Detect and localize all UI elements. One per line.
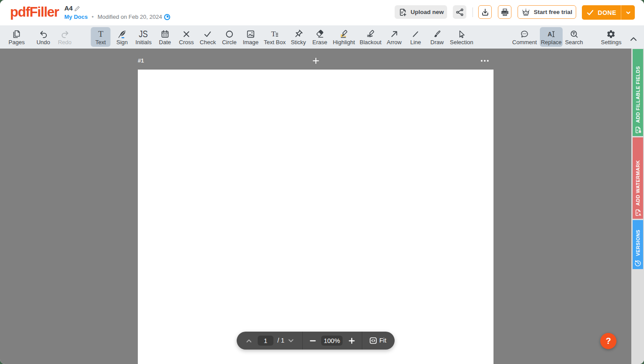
svg-text:T: T bbox=[271, 29, 276, 38]
svg-text:JS: JS bbox=[139, 29, 148, 39]
svg-text:T: T bbox=[98, 29, 103, 38]
svg-text:A: A bbox=[638, 213, 641, 216]
svg-text:A: A bbox=[548, 31, 552, 38]
